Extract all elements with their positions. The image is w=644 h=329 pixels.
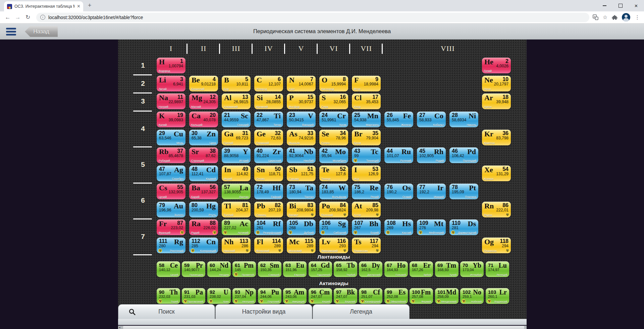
element-cell-As[interactable]: As3374,9216Мышьяк — [287, 130, 316, 145]
element-cell-Zr[interactable]: Zr4091,224Цирконий — [254, 147, 283, 163]
element-cell-Ta[interactable]: Ta73180,94Тантал — [287, 184, 316, 199]
browser-tab[interactable]: ОС3. Интерактивная таблица М × — [4, 1, 83, 11]
minimize-button[interactable] — [597, 0, 612, 11]
element-cell-H[interactable]: H11,00794Водород — [157, 58, 185, 73]
element-cell-Mo[interactable]: Mo4295,94Молибден — [319, 147, 348, 163]
element-cell-Pu[interactable]: Pu94244,06Плутоний☢ — [258, 288, 281, 304]
element-cell-Fm[interactable]: Fm100257,08Фермий☢ — [410, 288, 433, 304]
element-cell-Y[interactable]: Y3988,9058Иттрий — [222, 147, 251, 163]
element-cell-S[interactable]: S1632,065Сера — [319, 93, 348, 109]
element-cell-Na[interactable]: Na1122,9897Натрий — [157, 93, 185, 109]
element-cell-Rg[interactable]: Rg111280Рентгений☢ — [157, 238, 185, 253]
element-cell-Tb[interactable]: Tb65158,92Тербий — [334, 261, 357, 277]
element-cell-Dy[interactable]: Dy66162,5Диспрозий — [359, 261, 382, 277]
element-cell-Sg[interactable]: Sg106271Сиборгий☢ — [319, 219, 348, 235]
element-cell-Tl[interactable]: Tl81204,37Таллий — [222, 202, 251, 217]
element-cell-Fr[interactable]: Fr87223,02Франций☢ — [157, 219, 185, 235]
element-cell-Br[interactable]: Br3579,904Бром — [352, 130, 381, 145]
element-cell-Mc[interactable]: Mc115289Московий☢ — [287, 238, 316, 253]
element-cell-Tm[interactable]: Tm69168,93Тулий — [435, 261, 459, 277]
element-cell-Li[interactable]: Li36,941Литий — [157, 76, 185, 91]
element-cell-Be[interactable]: Be49,01218Бериллий — [189, 76, 218, 91]
element-cell-Ag[interactable]: Ag47107,87Серебро — [157, 166, 185, 181]
element-cell-Lu[interactable]: Lu71174,97Лютеций — [486, 261, 509, 277]
element-cell-Cf[interactable]: Cf98251,07Калифорний☢ — [359, 288, 382, 304]
element-cell-I[interactable]: I53126,9Иод — [352, 166, 381, 181]
element-cell-Ce[interactable]: Ce58140,12Церий — [157, 261, 180, 277]
element-cell-Xe[interactable]: Xe54131,29Ксенон — [482, 166, 511, 181]
element-cell-Hf[interactable]: Hf72178,49Гафний — [254, 184, 283, 199]
element-cell-Hs[interactable]: Hs108269Хассий☢ — [384, 219, 413, 235]
element-cell-V[interactable]: V2350,9415Ванадий — [287, 112, 316, 127]
element-cell-Pa[interactable]: Pa91231,03Протактиний☢ — [182, 288, 205, 304]
element-cell-Db[interactable]: Db105268Дубний☢ — [287, 219, 316, 235]
element-cell-Ds[interactable]: Ds110281Дармштадтий☢ — [449, 219, 478, 235]
bookmark-star-icon[interactable]: ☆ — [603, 14, 607, 20]
element-cell-Fe[interactable]: Fe2655,845Железо — [384, 112, 413, 127]
reload-icon[interactable]: ↻ — [23, 14, 33, 21]
element-cell-Rn[interactable]: Rn86222,01Радон☢ — [482, 202, 511, 217]
element-cell-Rf[interactable]: Rf104261Резерфордий☢ — [254, 219, 283, 235]
element-cell-Ba[interactable]: Ba56137,327Барий — [189, 184, 218, 199]
element-cell-W[interactable]: W74183,85Вольфрам — [319, 184, 348, 199]
hamburger-menu-icon[interactable] — [6, 28, 16, 37]
element-cell-Tc[interactable]: Tc4399Технеций☢ — [352, 147, 381, 163]
element-cell-Ho[interactable]: Ho67164,93Гольмий — [384, 261, 408, 277]
back-nav-icon[interactable]: ← — [3, 14, 13, 21]
element-cell-Si[interactable]: Si1428,0855Кремний — [254, 93, 283, 109]
element-cell-Mt[interactable]: Mt109276Мейтнерий☢ — [417, 219, 446, 235]
element-cell-U[interactable]: U92238,02Уран☢ — [207, 288, 231, 304]
element-cell-At[interactable]: At85209,98Астат☢ — [352, 202, 381, 217]
element-cell-Hg[interactable]: Hg80200,59Ртуть — [189, 202, 218, 217]
element-cell-He[interactable]: He24,0026Гелий — [482, 58, 511, 73]
element-cell-Es[interactable]: Es99252,08Эйнштейний☢ — [384, 288, 408, 304]
element-cell-Md[interactable]: Md101258,09Менделевий☢ — [435, 288, 459, 304]
element-cell-Pb[interactable]: Pb82207,19Свинец — [254, 202, 283, 217]
tab-view-settings[interactable]: Настройки вида — [215, 304, 312, 319]
element-cell-F[interactable]: F918,9984Фтор — [352, 76, 381, 91]
element-cell-Cd[interactable]: Cd48112,41Кадмий — [189, 166, 218, 181]
element-cell-Mg[interactable]: Mg1224,305Магний — [189, 93, 218, 109]
element-cell-Th[interactable]: Th90232,03Торий☢ — [157, 288, 180, 304]
tab-search[interactable]: Поиск — [118, 304, 215, 319]
element-cell-Nh[interactable]: Nh113286Нихоний☢ — [222, 238, 251, 253]
scrollbar-thumb[interactable] — [123, 326, 524, 329]
element-cell-Rb[interactable]: Rb3785,4678Рубидий — [157, 147, 185, 163]
element-cell-P[interactable]: P1530,9737Фосфор — [287, 93, 316, 109]
element-cell-Po[interactable]: Po84208,9824Полоний☢ — [319, 202, 348, 217]
element-cell-Gd[interactable]: Gd64157,25Гадолиний — [309, 261, 332, 277]
element-cell-N[interactable]: N714,0067Азот — [287, 76, 316, 91]
element-cell-C[interactable]: C612,107Углерод — [254, 76, 283, 91]
element-cell-Ne[interactable]: Ne1020,1797Неон — [482, 76, 511, 91]
element-cell-B[interactable]: B510,811Бор — [222, 76, 251, 91]
address-bar[interactable]: i localhost:32000/oc3ptable16net/#/table… — [36, 13, 589, 22]
extensions-puzzle-icon[interactable] — [612, 14, 618, 20]
element-cell-Am[interactable]: Am95243,06Америций☢ — [283, 288, 307, 304]
element-cell-Sc[interactable]: Sc2144,9559Скандий — [222, 112, 251, 127]
browser-menu-icon[interactable]: ⋮ — [635, 14, 640, 20]
url-text[interactable]: localhost:32000/oc3ptable16net/#/table?f… — [48, 15, 143, 20]
translate-icon[interactable]: а — [593, 14, 598, 20]
element-cell-Nd[interactable]: Nd60144,24Неодим — [207, 261, 231, 277]
element-cell-Sn[interactable]: Sn50118,71Олово — [254, 166, 283, 181]
element-cell-Bh[interactable]: Bh107267Борий☢ — [352, 219, 381, 235]
element-cell-Re[interactable]: Re75186,2Рений — [352, 184, 381, 199]
element-cell-Cl[interactable]: Cl1735,453Хлор — [352, 93, 381, 109]
element-cell-Er[interactable]: Er68167,26Эрбий — [410, 261, 433, 277]
element-cell-Al[interactable]: Al1326,9815Алюминий — [222, 93, 251, 109]
element-cell-Ar[interactable]: Ar1839,948Аргон — [482, 93, 511, 109]
element-cell-Ca[interactable]: Ca2040,078Кальций — [189, 112, 218, 127]
element-cell-Cm[interactable]: Cm96247,07Кюрий☢ — [309, 288, 332, 304]
element-cell-Eu[interactable]: Eu63151,96Европий — [283, 261, 307, 277]
element-cell-Au[interactable]: Au79196,96Золото — [157, 202, 185, 217]
maximize-button[interactable] — [612, 0, 628, 11]
element-cell-Nb[interactable]: Nb4192,9064Ниобий — [287, 147, 316, 163]
new-tab-button[interactable]: + — [88, 2, 92, 9]
element-cell-Se[interactable]: Se3478,96Селен — [319, 130, 348, 145]
element-cell-Lr[interactable]: Lr103260,1Лоуренсий☢ — [486, 288, 509, 304]
element-cell-Og[interactable]: Og118294Оганесон☢ — [482, 238, 511, 253]
element-cell-Lv[interactable]: Lv116293Ливерморий☢ — [319, 238, 348, 253]
element-cell-Bi[interactable]: Bi83208,9804Висмут☢ — [287, 202, 316, 217]
element-cell-Pr[interactable]: Pr59140,9077Празеодим — [182, 261, 205, 277]
element-cell-Cr[interactable]: Cr2451,9961Хром — [319, 112, 348, 127]
